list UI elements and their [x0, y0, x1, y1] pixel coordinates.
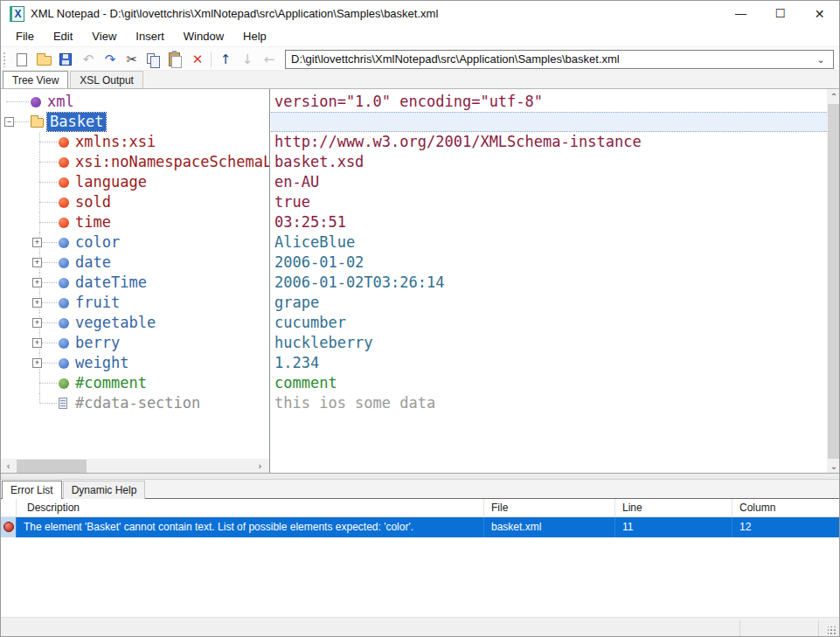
values-vertical-scrollbar[interactable]: ⌃ ⌄ — [827, 89, 840, 474]
line-column-header[interactable]: Line — [615, 499, 732, 516]
tree-node-fruit[interactable]: +fruit — [1, 293, 269, 313]
tree-node-weight[interactable]: +weight — [1, 353, 269, 373]
error-row[interactable]: The element 'Basket' cannot contain text… — [1, 517, 839, 537]
tree-node-basket[interactable]: −Basket — [1, 112, 269, 132]
menu-help[interactable]: Help — [233, 27, 276, 46]
tree-node-label[interactable]: xml — [47, 93, 74, 111]
node-value[interactable]: http://www.w3.org/2001/XMLSchema-instanc… — [271, 132, 827, 152]
tree-node-label[interactable]: weight — [75, 354, 128, 372]
tree-node-label[interactable]: fruit — [75, 294, 120, 312]
node-value[interactable]: huckleberry — [271, 333, 827, 353]
node-value[interactable]: 2006-01-02 — [271, 253, 827, 273]
nudge-left-button[interactable]: ← — [258, 49, 280, 70]
tree-node-label[interactable]: dateTime — [75, 273, 147, 292]
column-column-header[interactable]: Column — [732, 499, 840, 516]
redo-button[interactable]: ↷ — [99, 49, 121, 70]
scroll-thumb[interactable] — [828, 104, 840, 459]
tree-node-xmlns-xsi[interactable]: xmlns:xsi — [1, 132, 269, 152]
open-file-button[interactable] — [33, 49, 55, 70]
tree-node-label[interactable]: berry — [75, 334, 120, 352]
tree-node--comment[interactable]: #comment — [1, 373, 269, 393]
expand-icon[interactable]: + — [32, 238, 42, 247]
toolbar-grip[interactable] — [3, 52, 6, 67]
scroll-up-icon[interactable]: ⌃ — [827, 89, 840, 104]
node-value[interactable]: en-AU — [271, 172, 827, 192]
expand-icon[interactable]: + — [32, 298, 42, 308]
tree-node-label[interactable]: time — [75, 213, 111, 232]
resize-grip-icon[interactable] — [828, 627, 837, 635]
tree-node-sold[interactable]: sold — [1, 192, 269, 212]
tree-node-label[interactable]: Basket — [47, 113, 106, 131]
tree-node-label[interactable]: xsi:noNamespaceSchemaLocation — [75, 153, 270, 171]
tab-error-list[interactable]: Error List — [2, 481, 62, 499]
undo-button[interactable]: ↶ — [77, 49, 99, 70]
nudge-up-button[interactable]: ↑ — [214, 49, 236, 70]
expand-icon[interactable]: + — [32, 358, 42, 368]
minimize-button[interactable]: — — [721, 1, 760, 27]
collapse-icon[interactable]: − — [4, 117, 14, 127]
paste-button[interactable] — [164, 49, 186, 70]
node-value[interactable]: cucumber — [271, 313, 827, 333]
tree-node-label[interactable]: #cdata-section — [75, 394, 200, 412]
tree-node-label[interactable]: xmlns:xsi — [75, 133, 156, 151]
menu-edit[interactable]: Edit — [44, 27, 82, 46]
expand-icon[interactable]: + — [32, 258, 42, 267]
scroll-down-icon[interactable]: ⌄ — [827, 459, 840, 474]
menu-view[interactable]: View — [82, 27, 126, 46]
save-button[interactable] — [55, 49, 77, 70]
description-column-header[interactable]: Description — [17, 499, 484, 516]
tree-node-label[interactable]: #comment — [75, 374, 147, 392]
menu-file[interactable]: File — [6, 27, 44, 46]
nudge-down-button[interactable]: ↓ — [236, 49, 258, 70]
node-value[interactable]: 1.234 — [271, 353, 827, 373]
node-value[interactable]: basket.xsd — [271, 152, 827, 172]
delete-button[interactable]: ✕ — [186, 49, 208, 70]
expand-icon[interactable]: + — [32, 278, 42, 287]
chevron-down-icon[interactable]: ⌄ — [814, 51, 828, 68]
node-value[interactable]: grape — [271, 293, 827, 313]
file-column-header[interactable]: File — [484, 499, 615, 516]
tree-horizontal-scrollbar[interactable]: ‹ › — [1, 459, 269, 474]
scroll-thumb[interactable] — [17, 460, 87, 473]
tree-node-vegetable[interactable]: +vegetable — [1, 313, 269, 333]
tab-dynamic-help[interactable]: Dynamic Help — [63, 481, 146, 499]
node-value[interactable] — [271, 112, 827, 132]
tree-node-date[interactable]: +date — [1, 253, 269, 273]
tree-node-label[interactable]: vegetable — [75, 314, 156, 332]
tree-node-label[interactable]: sold — [75, 193, 111, 211]
tree-node-xml[interactable]: xml — [1, 92, 269, 112]
cut-button[interactable]: ✂ — [121, 49, 142, 70]
scroll-right-icon[interactable]: › — [253, 459, 267, 474]
node-value[interactable]: true — [271, 192, 827, 212]
node-value[interactable]: 2006-01-02T03:26:14 — [271, 273, 827, 293]
tree-node-language[interactable]: language — [1, 172, 269, 192]
tree-node-label[interactable]: color — [75, 233, 120, 252]
copy-button[interactable] — [142, 49, 164, 70]
tree-node--cdata-section[interactable]: #cdata-section — [1, 393, 269, 413]
node-value[interactable]: 03:25:51 — [271, 212, 827, 232]
tree-node-color[interactable]: +color — [1, 232, 269, 253]
tree-node-label[interactable]: language — [75, 173, 147, 191]
node-value[interactable]: AliceBlue — [271, 232, 827, 253]
menu-window[interactable]: Window — [174, 27, 233, 46]
tree-node-berry[interactable]: +berry — [1, 333, 269, 353]
expand-icon[interactable]: + — [32, 318, 42, 328]
horizontal-splitter[interactable] — [1, 473, 839, 480]
node-value[interactable]: this ios some data — [271, 393, 827, 413]
node-value[interactable]: version="1.0" encoding="utf-8" — [271, 92, 827, 112]
tree-node-time[interactable]: time — [1, 212, 269, 232]
scroll-left-icon[interactable]: ‹ — [1, 459, 16, 474]
file-path-combobox[interactable]: D:\git\lovettchris\XmlNotepad\src\Applic… — [285, 50, 834, 69]
expand-icon[interactable]: + — [32, 338, 42, 348]
tree-node-xsi-nonamespaceschemalocation[interactable]: xsi:noNamespaceSchemaLocation — [1, 152, 269, 172]
node-value[interactable]: comment — [271, 373, 827, 393]
severity-column-header[interactable] — [1, 499, 17, 516]
tab-tree-view[interactable]: Tree View — [3, 71, 68, 88]
close-button[interactable]: ✕ — [800, 1, 839, 27]
tab-xsl-output[interactable]: XSL Output — [70, 71, 143, 88]
menu-insert[interactable]: Insert — [126, 27, 174, 46]
maximize-button[interactable]: ☐ — [760, 1, 800, 27]
new-file-button[interactable] — [11, 49, 33, 70]
tree-node-datetime[interactable]: +dateTime — [1, 273, 269, 293]
tree-node-label[interactable]: date — [75, 253, 111, 272]
